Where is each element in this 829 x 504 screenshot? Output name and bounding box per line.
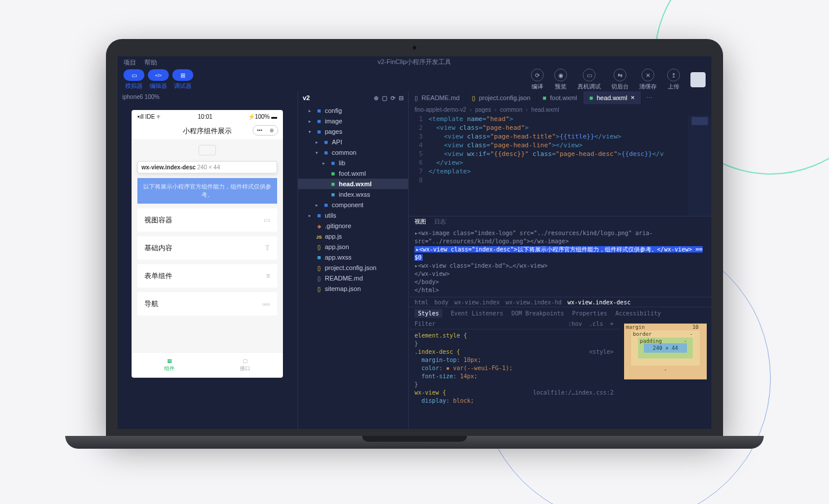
tool-preview[interactable]: ◉预览	[554, 69, 567, 91]
list-item[interactable]: 基础内容𝕋	[137, 236, 277, 260]
laptop-frame: v2-FinClip小程序开发工具 项目 帮助 ▭ 模拟器 </> 编辑器	[106, 39, 723, 449]
styles-rules[interactable]: element.style {}.index-desc {<style> mar…	[409, 329, 619, 429]
tool-compile[interactable]: ⟳编译	[531, 69, 544, 91]
filter-input[interactable]: Filter	[414, 321, 435, 327]
highlighted-element[interactable]: 以下将展示小程序官方组件能力，组件样式仅供参考。	[137, 178, 277, 204]
refresh-icon[interactable]: ⟳	[391, 94, 395, 101]
code-editor[interactable]: 12345678 <template name="head"> <view cl…	[409, 115, 711, 216]
mode-editor[interactable]: </> 编辑器	[148, 69, 169, 90]
api-icon: ▢	[243, 358, 248, 364]
tree-row[interactable]: ▾pages	[298, 126, 408, 137]
tree-row[interactable]: project.config.json	[298, 262, 408, 273]
window-title: v2-FinClip小程序开发工具	[378, 58, 452, 66]
dom-tree[interactable]: ▸<wx-image class="index-logo" src="../re…	[409, 227, 711, 297]
menu-project[interactable]: 项目	[123, 58, 136, 66]
toolbar: ▭ 模拟器 </> 编辑器 ⊞ 调试器 ⟳编译 ◉预览 ▭真机调试	[118, 68, 711, 91]
mode-debugger[interactable]: ⊞ 调试器	[172, 69, 193, 90]
styles-tabs[interactable]: StylesEvent ListenersDOM BreakpointsProp…	[409, 307, 711, 319]
tree-row[interactable]: index.wxss	[298, 189, 408, 200]
tree-row[interactable]: ▸component	[298, 200, 408, 210]
tree-row[interactable]: ▸utils	[298, 210, 408, 221]
collapse-icon[interactable]: ⊟	[399, 94, 403, 101]
tree-row[interactable]: ▸image	[298, 116, 408, 126]
grid-icon: ▦	[167, 358, 172, 364]
editor-tab[interactable]: head.wxml✕	[583, 91, 642, 104]
tree-row[interactable]: head.wxml	[298, 179, 408, 189]
tabs-overflow[interactable]: ⋯	[642, 91, 657, 104]
tabbar-api[interactable]: ▢接口	[207, 353, 283, 378]
menu-help[interactable]: 帮助	[144, 58, 157, 66]
phone-battery: ⚡100% ▬	[248, 113, 277, 119]
editor-tabs: README.mdproject.config.jsonfoot.wxmlhea…	[409, 91, 711, 104]
box-model: margin 10 border - padding - 240 × 4	[619, 319, 711, 429]
avatar[interactable]	[690, 72, 706, 87]
phone-time: 10:01	[198, 113, 212, 119]
tree-row[interactable]: ▸API	[298, 137, 408, 147]
tool-background[interactable]: ⇆切后台	[611, 69, 629, 91]
dom-breadcrumbs[interactable]: htmlbodywx-view.indexwx-view.index-hdwx-…	[409, 297, 711, 307]
tree-row[interactable]: .gitignore	[298, 221, 408, 231]
tool-remote-debug[interactable]: ▭真机调试	[578, 69, 601, 91]
new-file-icon[interactable]: ⊕	[374, 94, 378, 101]
tool-upload[interactable]: ↥上传	[667, 69, 680, 91]
editor-tab[interactable]: project.config.json	[466, 91, 537, 104]
list-item[interactable]: 导航ooo	[137, 292, 277, 315]
new-folder-icon[interactable]: ▢	[382, 94, 387, 101]
tree-row[interactable]: sitemap.json	[298, 283, 408, 294]
list-item[interactable]: 视图容器▭	[137, 208, 277, 232]
phone-title: 小程序组件展示	[183, 126, 232, 136]
tree-row[interactable]: ▾common	[298, 147, 408, 158]
tree-row[interactable]: foot.wxml	[298, 168, 408, 179]
tree-root: v2	[303, 94, 310, 101]
app-screen: 项目 帮助 ▭ 模拟器 </> 编辑器 ⊞ 调试器	[118, 56, 711, 429]
devtools: 视图 日志 ▸<wx-image class="index-logo" src=…	[409, 216, 711, 429]
inspector-tooltip: wx-view.index-desc 240 × 44	[137, 161, 277, 173]
phone-signal: •ıll IDE ᯤ	[137, 113, 162, 119]
breadcrumbs: fino-applet-demo-v2›pages›common›head.wx…	[409, 104, 711, 115]
capsule[interactable]: •••⊗	[253, 125, 278, 136]
editor-tab[interactable]: foot.wxml	[537, 91, 583, 104]
file-explorer: v2 ⊕ ▢ ⟳ ⊟ ▸config▸image▾pages▸API▾commo…	[298, 91, 409, 429]
editor-panel: README.mdproject.config.jsonfoot.wxmlhea…	[409, 91, 711, 429]
list-item[interactable]: 表单组件≡	[137, 264, 277, 288]
phone-preview: •ıll IDE ᯤ 10:01 ⚡100% ▬ 小程序组件展示 •••⊗ wx…	[132, 110, 283, 378]
mode-simulator[interactable]: ▭ 模拟器	[123, 69, 144, 90]
tabbar-component[interactable]: ▦组件	[132, 353, 207, 378]
tree-row[interactable]: README.md	[298, 273, 408, 283]
devtools-tab-view[interactable]: 视图	[414, 218, 426, 226]
simulator-device-label: iphone6 100%	[118, 91, 297, 102]
simulator-panel: iphone6 100% •ıll IDE ᯤ 10:01 ⚡100% ▬ 小程…	[118, 91, 298, 429]
tree-row[interactable]: ▸lib	[298, 158, 408, 168]
editor-tab[interactable]: README.md	[409, 91, 466, 104]
tree-row[interactable]: app.js	[298, 231, 408, 242]
tool-clear-cache[interactable]: ✕清缓存	[639, 69, 657, 91]
devtools-tab-log[interactable]: 日志	[434, 218, 446, 226]
tree-row[interactable]: app.wxss	[298, 252, 408, 262]
tree-row[interactable]: ▸config	[298, 105, 408, 116]
tree-row[interactable]: app.json	[298, 242, 408, 252]
minimap[interactable]	[688, 115, 711, 216]
